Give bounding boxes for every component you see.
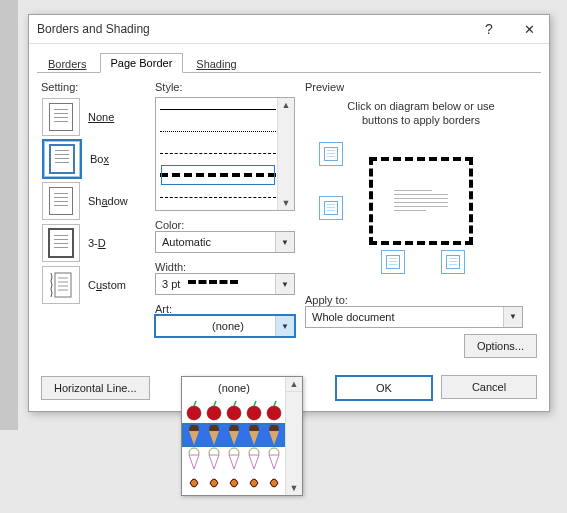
setting-custom-icon <box>42 266 80 304</box>
chevron-down-icon[interactable]: ▼ <box>286 481 302 495</box>
setting-none[interactable]: None <box>41 97 149 137</box>
svg-point-7 <box>227 406 241 420</box>
apply-to-label: Apply to: <box>305 294 537 306</box>
borders-shading-dialog: Borders and Shading ? ✕ Borders Page Bor… <box>28 14 550 412</box>
setting-label: Setting: <box>41 81 149 93</box>
chevron-down-icon[interactable]: ▼ <box>282 196 291 210</box>
chevron-down-icon[interactable]: ▼ <box>275 316 294 336</box>
svg-point-5 <box>187 406 201 420</box>
art-label: Art: <box>155 303 295 315</box>
preview-label: Preview <box>305 81 537 93</box>
border-left-button[interactable] <box>381 250 405 274</box>
svg-point-9 <box>267 406 281 420</box>
width-sample-icon <box>188 280 238 284</box>
ok-button[interactable]: OK <box>335 375 433 401</box>
border-right-button[interactable] <box>441 250 465 274</box>
chevron-down-icon[interactable]: ▼ <box>503 307 522 327</box>
tab-borders[interactable]: Borders <box>37 54 98 73</box>
svg-rect-0 <box>55 273 71 297</box>
style-scrollbar[interactable]: ▲ ▼ <box>277 98 294 210</box>
setting-none-icon <box>42 98 80 136</box>
paragraph-lines-icon <box>394 187 448 214</box>
setting-shadow-icon <box>42 182 80 220</box>
dialog-titlebar: Borders and Shading ? ✕ <box>29 15 549 44</box>
chevron-down-icon[interactable]: ▼ <box>275 274 294 294</box>
art-option-icecream-dark[interactable] <box>182 423 286 447</box>
apply-to-dropdown[interactable]: Whole document ▼ <box>305 306 523 328</box>
art-option-none[interactable]: (none) <box>182 377 286 399</box>
setting-3d[interactable]: 3-D <box>41 223 149 263</box>
cancel-button[interactable]: Cancel <box>441 375 537 399</box>
setting-shadow[interactable]: Shadow <box>41 181 149 221</box>
preview-diagram[interactable] <box>305 136 537 266</box>
width-label: Width: <box>155 261 295 273</box>
svg-point-6 <box>207 406 221 420</box>
svg-line-14 <box>274 401 276 406</box>
dialog-title: Borders and Shading <box>37 22 469 36</box>
tab-shading[interactable]: Shading <box>185 54 247 73</box>
horizontal-line-button[interactable]: Horizontal Line... <box>41 376 150 400</box>
art-option-candy[interactable] <box>182 471 286 495</box>
svg-line-12 <box>234 401 236 406</box>
svg-line-10 <box>194 401 196 406</box>
art-option-apples[interactable] <box>182 399 286 423</box>
preview-page-icon[interactable] <box>369 157 473 245</box>
color-dropdown[interactable]: Automatic ▼ <box>155 231 295 253</box>
svg-line-11 <box>214 401 216 406</box>
chevron-down-icon[interactable]: ▼ <box>275 232 294 252</box>
svg-point-8 <box>247 406 261 420</box>
style-selected-row[interactable] <box>160 164 276 186</box>
art-dropdown[interactable]: (none) ▼ <box>155 315 295 337</box>
setting-custom[interactable]: Custom <box>41 265 149 305</box>
art-list-scrollbar[interactable]: ▲ ▼ <box>285 377 302 495</box>
width-dropdown[interactable]: 3 pt ▼ <box>155 273 295 295</box>
setting-3d-icon <box>42 224 80 262</box>
border-top-button[interactable] <box>319 142 343 166</box>
color-label: Color: <box>155 219 295 231</box>
style-listbox[interactable]: ▲ ▼ <box>155 97 295 211</box>
preview-caption: Click on diagram below or use buttons to… <box>305 99 537 128</box>
style-label: Style: <box>155 81 295 93</box>
chevron-up-icon[interactable]: ▲ <box>282 98 291 112</box>
art-dropdown-list[interactable]: (none) <box>181 376 303 496</box>
tab-page-border[interactable]: Page Border <box>100 53 184 73</box>
close-button[interactable]: ✕ <box>509 15 549 43</box>
border-bottom-button[interactable] <box>319 196 343 220</box>
setting-box[interactable]: Box <box>41 139 149 179</box>
svg-line-13 <box>254 401 256 406</box>
tab-strip: Borders Page Border Shading <box>37 50 541 73</box>
setting-box-icon <box>42 139 82 179</box>
art-option-icecream-light[interactable] <box>182 447 286 471</box>
help-button[interactable]: ? <box>469 15 509 43</box>
options-button[interactable]: Options... <box>464 334 537 358</box>
chevron-up-icon[interactable]: ▲ <box>286 377 302 392</box>
